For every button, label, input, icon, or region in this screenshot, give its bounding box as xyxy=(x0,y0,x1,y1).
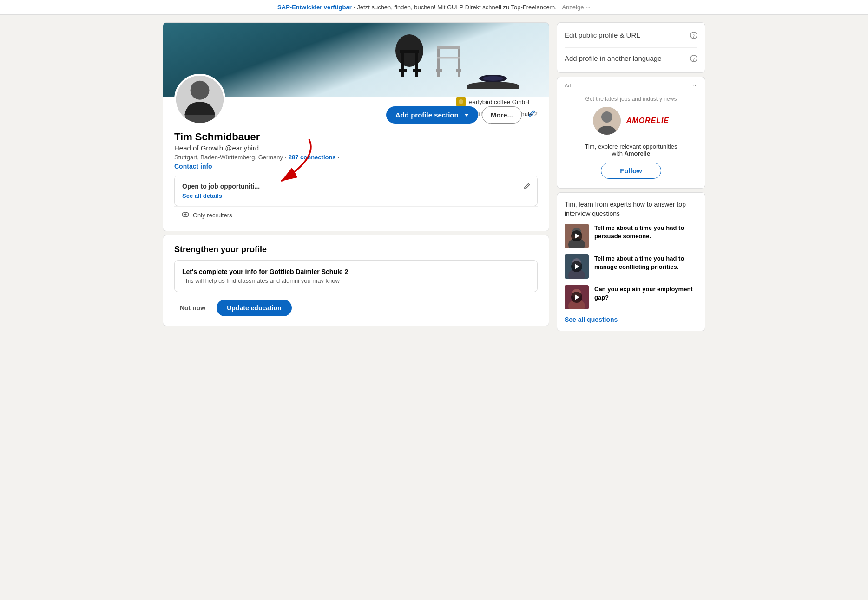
add-language-link[interactable]: Add profile in another language ? xyxy=(565,53,697,65)
interview-card: Tim, learn from experts how to answer to… xyxy=(557,192,705,331)
play-button-1[interactable] xyxy=(571,230,582,241)
edu-suggestion: Let's complete your info for Gottlieb Da… xyxy=(174,260,538,292)
see-all-details-link[interactable]: See all details xyxy=(182,192,222,199)
interview-item-1: Tell me about a time you had to persuade… xyxy=(565,224,697,248)
eye-icon xyxy=(182,211,189,219)
question-mark-icon: ? xyxy=(690,32,697,41)
svg-text:?: ? xyxy=(693,56,695,61)
ad-dots[interactable]: ··· xyxy=(693,83,697,88)
profile-card: earlybird coffee GmbH xyxy=(163,22,549,231)
svg-rect-2 xyxy=(401,53,404,77)
svg-text:?: ? xyxy=(693,33,695,38)
avatar-svg xyxy=(176,76,224,123)
interview-card-title: Tim, learn from experts how to answer to… xyxy=(565,200,697,218)
follow-button[interactable]: Follow xyxy=(601,163,661,179)
ad-description: Get the latest jobs and industry news xyxy=(585,96,677,102)
ad-avatar xyxy=(593,107,621,135)
svg-rect-10 xyxy=(456,69,461,72)
cover-chair-svg xyxy=(381,23,474,97)
strengthen-title: Strengthen your profile xyxy=(174,245,538,254)
ad-text-2: with xyxy=(612,150,625,157)
cover-table-svg xyxy=(465,65,521,92)
svg-point-20 xyxy=(459,99,463,104)
sidebar-column: Edit public profile & URL ? Add profile … xyxy=(557,22,705,335)
profile-lower: earlybird coffee GmbH xyxy=(163,97,549,231)
svg-rect-9 xyxy=(436,69,442,72)
svg-rect-6 xyxy=(437,46,460,49)
interview-thumb-3[interactable] xyxy=(565,285,589,309)
profile-name: Tim Schmidbauer xyxy=(174,131,538,143)
profile-location: Stuttgart, Baden-Württemberg, Germany xyxy=(174,154,283,161)
contact-info-container: Contact info xyxy=(174,163,538,170)
see-all-questions-link[interactable]: See all questions xyxy=(565,316,697,323)
open-to-work-card: Open to job opportuniti... See all detai… xyxy=(174,176,538,206)
sidebar-divider-1 xyxy=(565,47,697,48)
svg-rect-1 xyxy=(400,50,419,53)
page-layout: earlybird coffee GmbH xyxy=(155,22,713,335)
ad-message: Tim, explore relevant opportunities with… xyxy=(585,143,677,157)
svg-point-33 xyxy=(601,111,612,123)
company-name-1: earlybird coffee GmbH xyxy=(469,98,530,105)
svg-point-15 xyxy=(483,76,503,81)
interview-item-3: Can you explain your employment gap? xyxy=(565,285,697,309)
svg-rect-13 xyxy=(467,85,519,89)
company-item-1: earlybird coffee GmbH xyxy=(456,97,538,106)
svg-rect-3 xyxy=(415,53,418,77)
edit-profile-label: Edit public profile & URL xyxy=(565,31,640,39)
banner-link[interactable]: SAP-Entwickler verfügbar xyxy=(277,4,352,11)
ad-logo: AMORELIE xyxy=(626,117,669,125)
interview-item-2: Tell me about a time you had to manage c… xyxy=(565,254,697,279)
banner-text: - Jetzt suchen, finden, buchen! Mit GULP… xyxy=(353,4,556,11)
play-triangle-2 xyxy=(575,264,579,269)
avatar xyxy=(174,74,225,125)
ad-text-1: Tim, explore relevant opportunities xyxy=(585,143,677,150)
more-button[interactable]: More... xyxy=(482,106,522,124)
banner-dots[interactable]: ··· xyxy=(585,4,591,11)
svg-rect-7 xyxy=(437,49,440,77)
ad-label: Ad xyxy=(565,83,571,88)
interview-text-3[interactable]: Can you explain your employment gap? xyxy=(594,285,697,302)
connections-link[interactable]: 287 connections xyxy=(289,154,336,161)
interview-thumb-1[interactable] xyxy=(565,224,589,248)
only-recruiters-row: Only recruiters xyxy=(174,206,538,223)
play-button-2[interactable] xyxy=(571,261,582,272)
svg-rect-5 xyxy=(413,69,421,72)
add-language-label: Add profile in another language xyxy=(565,54,662,62)
add-profile-section-button[interactable]: Add profile section xyxy=(386,106,478,124)
interview-text-2[interactable]: Tell me about a time you had to manage c… xyxy=(594,254,697,271)
update-education-button[interactable]: Update education xyxy=(217,300,291,316)
edit-pencil-button[interactable] xyxy=(526,108,538,122)
interview-thumb-2[interactable] xyxy=(565,254,589,279)
add-section-label: Add profile section xyxy=(395,111,459,119)
ad-body: Get the latest jobs and industry news AM… xyxy=(565,92,697,183)
main-column: earlybird coffee GmbH xyxy=(163,22,549,335)
not-now-button[interactable]: Not now xyxy=(174,300,211,315)
company-icon-1 xyxy=(456,97,466,106)
ad-logo-text: AMORELIE xyxy=(626,117,669,124)
edit-profile-link[interactable]: Edit public profile & URL ? xyxy=(565,30,697,42)
ad-header: Ad ··· xyxy=(565,83,697,88)
ad-avatar-svg xyxy=(593,107,621,135)
open-to-work-title: Open to job opportuniti... xyxy=(182,183,530,190)
profile-title: Head of Growth @earlybird xyxy=(174,144,538,152)
edit-profile-card: Edit public profile & URL ? Add profile … xyxy=(557,22,705,73)
question-mark-icon-2: ? xyxy=(690,55,697,64)
strengthen-actions: Not now Update education xyxy=(174,300,538,316)
svg-rect-4 xyxy=(399,69,407,72)
chevron-down-icon xyxy=(464,114,469,117)
top-ad-banner: SAP-Entwickler verfügbar - Jetzt suchen,… xyxy=(0,0,868,15)
open-to-work-edit-button[interactable] xyxy=(523,183,531,192)
ad-card: Ad ··· Get the latest jobs and industry … xyxy=(557,77,705,189)
svg-point-17 xyxy=(191,81,210,100)
svg-point-27 xyxy=(184,214,187,216)
edu-suggestion-desc: This will help us find classmates and al… xyxy=(182,277,530,284)
play-triangle-1 xyxy=(575,233,579,239)
play-button-3[interactable] xyxy=(571,292,582,303)
ad-brand: Amorelie xyxy=(625,150,651,157)
play-triangle-3 xyxy=(575,294,579,300)
only-recruiters-text: Only recruiters xyxy=(193,212,232,219)
contact-info-link[interactable]: Contact info xyxy=(174,163,212,170)
avatar-image xyxy=(176,76,224,123)
interview-text-1[interactable]: Tell me about a time you had to persuade… xyxy=(594,224,697,241)
strengthen-card: Strengthen your profile Let's complete y… xyxy=(163,235,549,326)
